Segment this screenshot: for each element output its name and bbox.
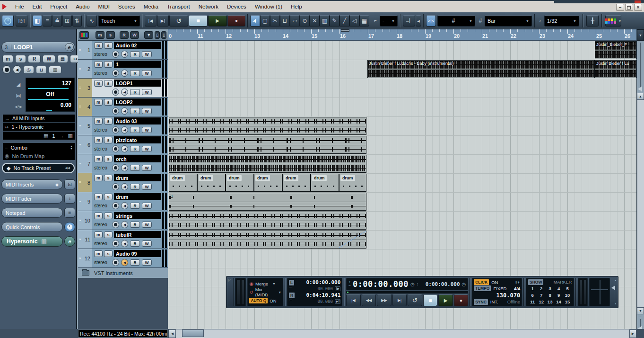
- write-button[interactable]: W: [142, 146, 152, 152]
- program-spinner[interactable]: ▲▼: [70, 145, 73, 150]
- line-tool[interactable]: ╱: [339, 15, 349, 27]
- play-button[interactable]: ▶: [438, 294, 453, 306]
- global-mute-button[interactable]: m: [96, 31, 104, 39]
- track-row-loop2[interactable]: ≡4 msLOOP2 ◀RW: [78, 98, 168, 116]
- track-color-cell[interactable]: ≡3: [78, 79, 92, 97]
- monitor-button[interactable]: ◀: [121, 221, 128, 228]
- solo-button[interactable]: s: [104, 80, 113, 87]
- read-button[interactable]: R: [130, 165, 140, 171]
- post-roll-row[interactable]: ⌒00.000▶‖: [289, 299, 340, 305]
- record-enable-button[interactable]: [112, 107, 119, 115]
- mute-button[interactable]: m: [94, 156, 103, 162]
- tempo-value[interactable]: 130.070: [496, 292, 521, 299]
- midi-part-drum[interactable]: drum: [339, 174, 366, 192]
- draw-tool[interactable]: ✎: [330, 15, 339, 27]
- solo-button[interactable]: s: [104, 42, 113, 49]
- monitor-button[interactable]: ◀: [121, 240, 128, 247]
- track-colors-button[interactable]: [79, 31, 89, 39]
- activate-project-button[interactable]: [2, 15, 14, 27]
- marker-button[interactable]: 7: [537, 293, 545, 298]
- automation-mode-select[interactable]: Touch▼: [98, 15, 140, 27]
- read-automation-button[interactable]: R: [28, 55, 41, 63]
- record-enable-button[interactable]: [2, 65, 11, 74]
- inspector-track-header[interactable]: 3 LOOP1 e: [1, 42, 75, 53]
- open-mixer-button[interactable]: ⇅: [72, 15, 82, 27]
- audio-event-justin-bieber-long[interactable]: Justin Bieber f Ludacris - Baby (instrum…: [367, 60, 595, 78]
- record-enable-button[interactable]: [112, 259, 119, 266]
- instrument-section[interactable]: Hypersonic▥: [1, 236, 63, 247]
- read-button[interactable]: R: [130, 89, 140, 95]
- solo-button[interactable]: s: [15, 55, 26, 63]
- solo-button[interactable]: s: [104, 213, 113, 219]
- edit-in-place-button[interactable]: ▦: [57, 55, 68, 63]
- minimize-button[interactable]: –: [616, 4, 624, 11]
- marker-button[interactable]: 2: [537, 286, 545, 291]
- time-swap-icon[interactable]: ↕: [417, 282, 419, 286]
- constrain-delay-button[interactable]: [◷]: [16, 15, 27, 27]
- track-row-drum-midi[interactable]: ≡8 msdrum ◀RW: [78, 173, 168, 192]
- record-enable-button[interactable]: [112, 164, 119, 171]
- auto-quantize-row[interactable]: AUTO QON: [249, 296, 281, 305]
- goto-start-button[interactable]: |◀: [145, 15, 157, 27]
- track-name[interactable]: Audio 09: [114, 250, 161, 257]
- input-routing-select[interactable]: →All MIDI Inputs: [3, 115, 75, 123]
- autoscroll-suspend-button[interactable]: ◀: [416, 15, 421, 27]
- split-tool[interactable]: ✂: [270, 15, 280, 27]
- read-button[interactable]: R: [130, 146, 140, 152]
- time-nudge-buttons[interactable]: +−: [348, 280, 351, 288]
- track-color-cell[interactable]: »2: [78, 60, 92, 78]
- section-midi-inserts[interactable]: MIDI Inserts◆: [1, 179, 63, 189]
- mute-tool[interactable]: ✕: [310, 15, 320, 27]
- folder-track-vst-instruments[interactable]: VST Instruments: [78, 268, 168, 278]
- solo-button[interactable]: s: [104, 118, 113, 125]
- clock-icon[interactable]: ◷: [462, 282, 466, 287]
- marker-button[interactable]: 14: [554, 299, 563, 304]
- track-name[interactable]: Audio 03: [114, 117, 161, 125]
- mute-button[interactable]: m: [94, 118, 103, 125]
- marker-button[interactable]: 1: [528, 286, 537, 291]
- stop-button[interactable]: ■: [423, 294, 438, 306]
- volume-slider[interactable]: [28, 88, 69, 89]
- write-button[interactable]: W: [142, 240, 152, 247]
- track-preset-selector[interactable]: ◆ No Track Preset ◀◀: [2, 163, 75, 173]
- audio-event-justin-bieber-1[interactable]: Justin_Bieber_F: [595, 41, 636, 59]
- right-locator-badge[interactable]: R: [289, 293, 295, 298]
- marker-button[interactable]: 11: [528, 299, 537, 304]
- track-row-drum-audio[interactable]: »9 msdrum stereo◀RW: [78, 192, 168, 211]
- time-display[interactable]: +− 0:00:00.000 ◷ ↕ 0:00:00.000 ◷: [346, 278, 468, 290]
- track-color-cell[interactable]: ≡8: [78, 173, 92, 192]
- play-audition-tool[interactable]: ◁: [349, 15, 359, 27]
- tempo-mode[interactable]: FIXED: [493, 286, 506, 291]
- goto-start-button[interactable]: |◀: [346, 294, 361, 306]
- track-row-tubulr[interactable]: »11 mstubulR stereo◀RW: [78, 230, 168, 249]
- timeline-ruler[interactable]: 0 11 12 13 14 15 16 17 18 19 20 21 22 23…: [168, 29, 636, 41]
- marker-button[interactable]: 6: [528, 293, 537, 298]
- primary-time-value[interactable]: 0:00:00.000: [353, 279, 409, 289]
- zoom-tool[interactable]: ⊙: [300, 15, 310, 27]
- show-info-line-toggle[interactable]: ≡: [43, 15, 52, 27]
- scroll-right-button[interactable]: ▶: [629, 329, 636, 338]
- solo-button[interactable]: s: [104, 61, 113, 68]
- track-row-orch[interactable]: »7 msorch stereo◀RW: [78, 154, 168, 173]
- monitor-button[interactable]: ◀: [121, 51, 128, 58]
- glue-tool[interactable]: ⊔: [280, 15, 290, 27]
- write-button[interactable]: W: [142, 222, 152, 228]
- mute-button[interactable]: m: [94, 42, 103, 49]
- slider-handle-icon[interactable]: [611, 285, 615, 290]
- audio-event-strings[interactable]: [169, 212, 366, 230]
- drum-map-selector[interactable]: ◉ No Drum Map: [3, 152, 75, 160]
- read-button[interactable]: R: [130, 203, 140, 209]
- track-color-cell[interactable]: »12: [78, 249, 92, 267]
- solo-button[interactable]: s: [104, 137, 113, 143]
- snap-mode-select[interactable]: #▼: [437, 15, 475, 27]
- tempo-badge[interactable]: TEMPO: [474, 285, 491, 291]
- write-button[interactable]: W: [142, 165, 152, 171]
- horizontal-scrollbar[interactable]: ◀ ▶: [169, 329, 636, 338]
- punch-out-icon[interactable]: ▶‖: [335, 299, 340, 304]
- mute-button[interactable]: m: [94, 231, 103, 238]
- play-button[interactable]: ▶: [208, 15, 227, 27]
- read-button[interactable]: R: [130, 108, 140, 114]
- read-button[interactable]: R: [130, 240, 140, 247]
- ruler-options-button[interactable]: ▼: [637, 29, 644, 41]
- track-name[interactable]: tubulR: [114, 231, 161, 238]
